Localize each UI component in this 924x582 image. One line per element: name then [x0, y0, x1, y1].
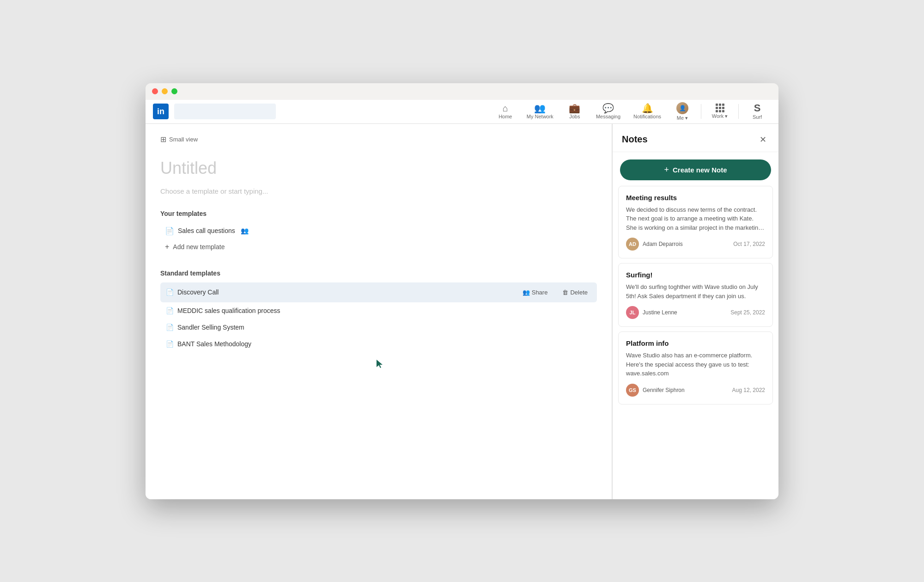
nav-item-work[interactable]: Work ▾: [706, 102, 734, 121]
close-notes-button[interactable]: ✕: [756, 133, 769, 146]
delete-label: Delete: [570, 289, 588, 296]
doc-icon-3: 📄: [166, 324, 174, 331]
nav-label-messaging: Messaging: [596, 114, 620, 119]
add-icon: +: [165, 243, 169, 251]
note-date-1: Oct 17, 2022: [733, 241, 765, 247]
notes-list: Meeting results We decided to discuss ne…: [613, 186, 778, 499]
template-name-bant: BANT Sales Methodology: [177, 340, 251, 348]
nav-divider-2: [738, 104, 739, 119]
note-footer-1: AD Adam Deparrois Oct 17, 2022: [626, 238, 765, 251]
template-name-discovery: Discovery Call: [177, 288, 219, 296]
note-avatar-2: JL: [626, 306, 639, 319]
svg-marker-0: [377, 360, 383, 368]
close-window-button[interactable]: [152, 88, 158, 94]
note-footer-2: JL Justine Lenne Sept 25, 2022: [626, 306, 765, 319]
template-item-meddic[interactable]: 📄 MEDDIC sales qualification process: [160, 302, 597, 319]
doc-icon-1: 📄: [166, 288, 174, 296]
avatar: 👤: [676, 102, 688, 114]
note-avatar-1: AD: [626, 238, 639, 251]
doc-icon-2: 📄: [166, 307, 174, 314]
small-view-icon: ⊞: [160, 135, 166, 144]
note-title[interactable]: Untitled: [160, 159, 597, 178]
share-label: Share: [532, 289, 548, 296]
template-name: Sales call questions: [178, 227, 235, 234]
work-icon: [716, 104, 724, 112]
jobs-icon: 💼: [569, 104, 580, 113]
create-note-button[interactable]: + Create new Note: [620, 159, 771, 180]
nav-item-notifications[interactable]: 🔔 Notifications: [628, 102, 667, 121]
note-footer-3: GS Gennifer Siphron Aug 12, 2022: [626, 384, 765, 397]
minimize-window-button[interactable]: [162, 88, 168, 94]
template-item-sandler[interactable]: 📄 Sandler Selling System: [160, 319, 597, 336]
shared-icon: 👥: [241, 227, 249, 234]
navbar: in ⌂ Home 👥 My Network 💼 Jobs 💬 Messagin: [146, 100, 778, 124]
title-bar: [146, 83, 778, 100]
doc-icon-4: 📄: [166, 340, 174, 348]
nav-label-home: Home: [498, 114, 512, 119]
note-body-3: Wave Studio also has an e-commerce platf…: [626, 351, 765, 378]
notes-header: Notes ✕: [613, 124, 778, 152]
note-title-1: Meeting results: [626, 194, 765, 202]
note-body-placeholder[interactable]: Choose a template or start typing...: [160, 187, 597, 195]
nav-divider-1: [701, 104, 701, 119]
cursor-indicator: [377, 360, 384, 371]
template-item-sales-call[interactable]: 📄 Sales call questions 👥: [160, 223, 597, 239]
main-content: ⊞ Small view Untitled Choose a template …: [146, 124, 778, 499]
nav-label-surf: Surf: [753, 114, 762, 120]
plus-icon: +: [664, 165, 669, 175]
surf-icon: S: [754, 103, 761, 113]
note-date-2: Sept 25, 2022: [730, 309, 765, 316]
nav-label-notifications: Notifications: [633, 114, 661, 119]
notes-panel: Notes ✕ + Create new Note Meeting result…: [612, 124, 778, 499]
nav-label-me: Me ▾: [677, 115, 688, 121]
note-date-3: Aug 12, 2022: [732, 387, 765, 393]
note-card-surfing[interactable]: Surfing! We'll do surfing toghther with …: [618, 263, 773, 327]
your-templates-label: Your templates: [160, 210, 597, 217]
nav-label-jobs: Jobs: [569, 114, 580, 119]
share-icon: 👥: [523, 289, 530, 296]
nav-label-work: Work ▾: [712, 113, 728, 119]
nav-item-network[interactable]: 👥 My Network: [521, 102, 559, 121]
note-author-3: Gennifer Siphron: [643, 387, 729, 393]
nav-item-home[interactable]: ⌂ Home: [492, 102, 519, 121]
share-button[interactable]: 👥 Share: [519, 287, 552, 298]
note-title-2: Surfing!: [626, 271, 765, 279]
note-author-1: Adam Deparrois: [643, 241, 729, 247]
notes-panel-title: Notes: [622, 134, 648, 145]
home-icon: ⌂: [503, 104, 508, 113]
template-name-meddic: MEDDIC sales qualification process: [177, 307, 280, 314]
note-card-platform-info[interactable]: Platform info Wave Studio also has an e-…: [618, 331, 773, 404]
template-item-discovery-call[interactable]: 📄 Discovery Call 👥 Share 🗑 Delete: [160, 282, 597, 302]
nav-item-me[interactable]: 👤 Me ▾: [669, 100, 696, 123]
small-view-label: Small view: [169, 136, 198, 143]
note-body-1: We decided to discuss new terms of the c…: [626, 205, 765, 233]
nav-label-network: My Network: [527, 114, 553, 119]
add-template-button[interactable]: + Add new template: [160, 239, 597, 255]
note-body-2: We'll do surfing toghther with Wave stud…: [626, 282, 765, 300]
content-area: ⊞ Small view Untitled Choose a template …: [146, 124, 612, 499]
delete-button[interactable]: 🗑 Delete: [559, 287, 591, 298]
note-title-3: Platform info: [626, 339, 765, 347]
template-name-sandler: Sandler Selling System: [177, 324, 244, 331]
main-nav: ⌂ Home 👥 My Network 💼 Jobs 💬 Messaging 🔔: [492, 100, 771, 123]
search-input[interactable]: [174, 104, 276, 119]
linkedin-logo[interactable]: in: [153, 104, 169, 119]
notifications-icon: 🔔: [642, 104, 653, 113]
messaging-icon: 💬: [602, 104, 614, 113]
delete-icon: 🗑: [562, 289, 568, 296]
nav-item-messaging[interactable]: 💬 Messaging: [590, 102, 626, 121]
close-icon: ✕: [760, 135, 766, 145]
template-item-bant[interactable]: 📄 BANT Sales Methodology: [160, 336, 597, 352]
note-avatar-3: GS: [626, 384, 639, 397]
standard-templates-section: Standard templates 📄 Discovery Call 👥 Sh…: [160, 270, 597, 352]
nav-item-jobs[interactable]: 💼 Jobs: [561, 102, 589, 121]
fullscreen-window-button[interactable]: [171, 88, 177, 94]
nav-item-surf[interactable]: S Surf: [743, 101, 771, 122]
standard-templates-label: Standard templates: [160, 270, 597, 277]
small-view-button[interactable]: ⊞ Small view: [160, 135, 597, 144]
create-note-label: Create new Note: [673, 166, 727, 174]
note-author-2: Justine Lenne: [643, 309, 727, 316]
template-actions: 👥 Share 🗑 Delete: [519, 287, 591, 298]
add-template-label: Add new template: [173, 243, 225, 251]
note-card-meeting-results[interactable]: Meeting results We decided to discuss ne…: [618, 186, 773, 259]
